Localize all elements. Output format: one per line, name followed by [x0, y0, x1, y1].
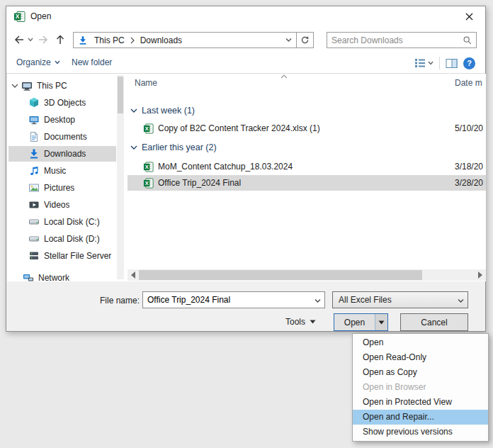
file-name: Copy of B2C Content Tracker 2024.xlsx (1… — [158, 123, 320, 133]
navigation-bar: This PC Downloads — [6, 27, 485, 52]
refresh-button[interactable] — [297, 32, 314, 48]
file-name: MoM_Content Catchup_18.03.2024 — [158, 162, 293, 172]
column-header-name[interactable]: Name — [135, 78, 157, 88]
chevron-down-icon[interactable] — [11, 83, 20, 89]
open-button[interactable]: Open — [334, 314, 375, 330]
refresh-icon — [300, 35, 310, 45]
sidebar-item-local-disk-c[interactable]: Local Disk (C:) — [8, 214, 116, 230]
network-icon — [23, 272, 34, 281]
change-view-button[interactable] — [414, 58, 434, 68]
sidebar-item-3d-objects[interactable]: 3D Objects — [8, 95, 116, 111]
horizontal-scrollbar[interactable] — [128, 269, 486, 281]
file-list: Name Date m Last week (1) X Copy of B2C … — [128, 74, 486, 281]
file-date-modified: 3/28/20 — [455, 178, 483, 188]
documents-icon — [28, 131, 40, 142]
menu-item-open-as-copy[interactable]: Open as Copy — [353, 365, 488, 380]
chevron-down-icon — [28, 38, 33, 42]
sidebar-item-stellar-file-server[interactable]: Stellar File Server — [8, 248, 116, 264]
menu-item-open[interactable]: Open — [353, 335, 488, 350]
chevron-down-icon[interactable] — [130, 108, 139, 113]
open-options-menu: Open Open Read-Only Open as Copy Open in… — [352, 333, 489, 442]
sidebar-item-label: Videos — [44, 200, 69, 210]
back-arrow-icon — [13, 35, 25, 45]
up-button[interactable] — [53, 33, 67, 47]
address-bar[interactable]: This PC Downloads — [73, 32, 297, 48]
scroll-left-arrow[interactable] — [128, 269, 139, 281]
sidebar-item-downloads[interactable]: Downloads — [8, 146, 116, 162]
organize-button[interactable]: Organize — [16, 57, 60, 67]
file-row-mom-content-catchup[interactable]: X MoM_Content Catchup_18.03.2024 3/18/20 — [128, 159, 486, 174]
chevron-down-icon — [310, 320, 316, 324]
sidebar-item-label: This PC — [37, 81, 67, 91]
chevron-down-icon[interactable] — [314, 298, 321, 303]
preview-pane-icon — [446, 58, 458, 69]
open-split-button: Open — [334, 313, 388, 331]
cancel-button[interactable]: Cancel — [400, 313, 468, 331]
group-header-last-week[interactable]: Last week (1) — [128, 103, 486, 118]
svg-text:X: X — [16, 13, 20, 20]
sidebar-item-this-pc[interactable]: This PC — [8, 78, 116, 94]
excel-file-icon: X — [143, 162, 154, 172]
file-type-dropdown[interactable]: All Excel Files — [332, 291, 468, 308]
title-bar[interactable]: X Open — [6, 6, 485, 27]
sidebar-item-local-disk-d[interactable]: Local Disk (D:) — [8, 231, 116, 247]
file-row-office-trip-2024-final[interactable]: X Office Trip_2024 Final 3/28/20 — [128, 175, 486, 191]
excel-file-icon: X — [143, 123, 154, 134]
menu-item-open-and-repair[interactable]: Open and Repair... — [353, 410, 488, 425]
sort-ascending-icon[interactable] — [280, 74, 288, 79]
address-dropdown-icon[interactable] — [285, 38, 292, 43]
tools-button[interactable]: Tools — [285, 317, 316, 327]
open-dropdown-button[interactable] — [375, 314, 387, 330]
open-dialog: X Open This — [6, 6, 486, 332]
new-folder-button[interactable]: New folder — [72, 57, 112, 67]
chevron-down-icon[interactable] — [130, 145, 139, 150]
sidebar-item-music[interactable]: Music — [8, 163, 116, 179]
sidebar-item-pictures[interactable]: Pictures — [8, 180, 116, 196]
sidebar-item-label: Local Disk (D:) — [44, 234, 100, 244]
file-date-modified: 3/18/20 — [455, 162, 483, 172]
search-icon[interactable] — [463, 35, 472, 45]
menu-item-open-read-only[interactable]: Open Read-Only — [353, 350, 488, 365]
chevron-down-icon — [378, 320, 385, 325]
breadcrumb-downloads[interactable]: Downloads — [137, 35, 186, 45]
desktop-icon — [28, 114, 40, 125]
file-row-copy-of-b2c-content-tracker[interactable]: X Copy of B2C Content Tracker 2024.xlsx … — [128, 121, 486, 136]
window-title: Open — [30, 11, 51, 21]
excel-file-icon: X — [143, 178, 154, 189]
search-input[interactable] — [332, 33, 458, 47]
search-box — [327, 32, 477, 48]
sidebar-item-label: Network — [38, 273, 69, 281]
file-browser-content: This PC 3D Objects Desktop Documents Dow… — [7, 74, 486, 281]
forward-button[interactable] — [36, 33, 50, 47]
group-label: Last week (1) — [142, 106, 195, 116]
downloads-icon — [28, 148, 40, 159]
excel-app-icon: X — [13, 11, 26, 23]
scroll-right-arrow[interactable] — [475, 269, 486, 281]
group-header-earlier-this-year[interactable]: Earlier this year (2) — [128, 140, 486, 155]
close-icon — [465, 13, 473, 21]
sidebar-item-desktop[interactable]: Desktop — [8, 112, 116, 128]
list-view-icon — [414, 58, 426, 68]
menu-item-show-previous-versions[interactable]: Show previous versions — [353, 425, 488, 439]
close-button[interactable] — [453, 6, 485, 27]
back-button[interactable] — [12, 33, 26, 47]
svg-text:X: X — [145, 180, 149, 186]
command-toolbar: Organize New folder ? — [6, 52, 485, 74]
sidebar-scrollbar[interactable] — [117, 75, 124, 279]
chevron-down-icon — [458, 298, 464, 303]
sidebar-scrollbar-thumb[interactable] — [118, 77, 123, 113]
sidebar-item-videos[interactable]: Videos — [8, 197, 116, 213]
preview-pane-button[interactable] — [446, 58, 458, 69]
horizontal-scrollbar-thumb[interactable] — [139, 270, 422, 280]
sidebar-item-network[interactable]: Network — [8, 270, 116, 281]
help-button[interactable]: ? — [463, 57, 475, 69]
menu-item-open-in-protected-view[interactable]: Open in Protected View — [353, 395, 488, 410]
sidebar-item-documents[interactable]: Documents — [8, 129, 116, 145]
column-header-date-modified[interactable]: Date m — [455, 78, 482, 88]
music-icon — [28, 165, 40, 177]
file-name-input[interactable] — [147, 293, 307, 306]
svg-text:X: X — [145, 125, 149, 132]
history-dropdown-button[interactable] — [26, 33, 35, 47]
menu-item-open-in-browser: Open in Browser — [353, 380, 488, 395]
breadcrumb-this-pc[interactable]: This PC — [91, 35, 128, 45]
